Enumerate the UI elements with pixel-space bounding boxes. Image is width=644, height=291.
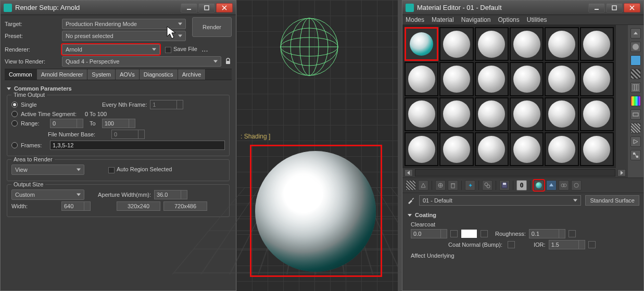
material-name-dropdown[interactable]: 01 - Default [419,195,581,206]
output-size-dropdown[interactable]: Custom [11,189,84,200]
savefile-browse-button[interactable]: ... [200,46,210,53]
material-title-bar[interactable]: Material Editor - 01 - Default [402,1,643,15]
sample-sphere-icon[interactable] [630,42,641,52]
material-swatch[interactable] [439,27,473,61]
savefile-checkbox[interactable] [165,47,171,53]
material-swatch[interactable] [405,27,438,61]
material-swatch[interactable] [545,132,578,166]
close-button[interactable] [624,3,640,12]
tab-system[interactable]: System [87,69,116,80]
file-base-input[interactable]: 0 [111,130,145,139]
view-dropdown[interactable]: Quad 4 - Perspective [62,56,221,67]
material-id-icon[interactable]: 0 [516,180,527,191]
menu-material[interactable]: Material [432,16,454,23]
clearcoat-map-slot[interactable] [450,230,458,237]
render-title-bar[interactable]: Render Setup: Arnold [1,1,236,15]
coating-section-header[interactable]: Coating [408,212,638,218]
select-by-material-icon[interactable] [630,136,641,147]
material-swatch[interactable] [545,27,578,61]
menu-options[interactable]: Options [498,16,519,23]
roughness-map-slot[interactable] [569,230,576,237]
eyedropper-icon[interactable] [407,196,415,205]
make-unique-icon[interactable]: ✦ [465,180,475,191]
get-material-icon[interactable] [406,180,416,191]
tab-archive[interactable]: Archive [178,69,206,80]
common-params-header[interactable]: Common Parameters [7,85,230,92]
minimize-button[interactable] [588,3,605,12]
material-swatch[interactable] [510,62,544,96]
scroll-right-icon[interactable] [617,169,626,176]
size-preset-2-button[interactable]: 720x486 [163,201,207,211]
clearcoat-color-swatch[interactable] [461,229,477,238]
material-swatch[interactable] [475,97,509,131]
area-dropdown[interactable]: View [11,165,84,175]
render-button[interactable]: Render [192,17,232,37]
tab-aovs[interactable]: AOVs [116,69,140,80]
scroll-up-icon[interactable] [630,28,641,39]
material-swatch[interactable] [545,97,578,131]
material-swatch[interactable] [475,62,509,96]
clearcoat-input[interactable]: 0.0 [411,229,447,238]
video-color-check-icon[interactable] [630,96,641,106]
menu-modes[interactable]: Modes [406,16,424,23]
ior-input[interactable]: 1.5 [549,240,585,249]
make-preview-icon[interactable] [630,109,641,120]
range-to-input[interactable]: 100 [102,119,135,128]
material-map-navigator-icon[interactable] [630,150,641,160]
swatch-scrollbar[interactable] [402,168,628,178]
material-swatch[interactable] [475,132,509,166]
material-swatch[interactable] [439,97,473,131]
renderer-dropdown[interactable]: Arnold [62,44,160,55]
go-to-parent-icon[interactable] [546,180,557,191]
material-type-button[interactable]: Standard Surface [585,195,639,206]
width-input[interactable]: 640 [61,201,91,211]
active-radio[interactable] [11,111,18,117]
put-to-scene-icon[interactable] [418,180,428,191]
material-swatch[interactable] [439,62,473,96]
assign-material-icon[interactable] [435,180,446,191]
material-swatch[interactable] [580,27,614,61]
tab-diagnostics[interactable]: Diagnostics [140,69,178,80]
roughness-input[interactable]: 0.1 [529,229,565,238]
size-preset-1-button[interactable]: 320x240 [117,201,160,211]
range-radio[interactable] [11,120,18,126]
backlight-icon[interactable] [630,55,641,66]
material-swatch[interactable] [405,62,438,96]
material-swatch[interactable] [580,97,614,131]
wireframe-sphere[interactable] [278,16,340,78]
frames-input[interactable] [50,141,225,150]
every-nth-input[interactable]: 1 [150,100,183,109]
save-icon[interactable] [499,180,510,191]
material-swatch[interactable] [545,62,578,96]
scroll-left-icon[interactable] [405,169,413,176]
material-swatch[interactable] [580,132,614,166]
tab-common[interactable]: Common [5,69,37,80]
single-radio[interactable] [11,102,18,108]
maximize-button[interactable] [606,3,623,12]
close-button[interactable] [216,3,233,12]
go-forward-icon[interactable] [559,180,569,191]
delete-icon[interactable] [448,180,458,191]
put-to-library-icon[interactable] [482,180,493,191]
material-swatch[interactable] [405,97,438,131]
show-end-result-icon[interactable] [534,180,544,191]
tab-arnold-renderer[interactable]: Arnold Renderer [37,69,88,80]
coat-normal-map-slot[interactable] [508,241,515,248]
frames-radio[interactable] [11,142,18,148]
material-swatch[interactable] [405,132,438,166]
material-swatch[interactable] [510,27,544,61]
material-swatch[interactable] [510,132,544,166]
aperture-input[interactable]: 36.0 [154,190,187,199]
material-swatch[interactable] [510,97,544,131]
clearcoat-color-map-slot[interactable] [481,230,488,237]
range-from-input[interactable]: 0 [50,119,83,128]
material-swatch[interactable] [439,132,473,166]
maximize-button[interactable] [198,3,215,12]
lock-icon[interactable] [224,58,232,65]
menu-navigation[interactable]: Navigation [461,16,491,23]
ior-map-slot[interactable] [588,241,596,248]
viewport-shaded-sphere[interactable] [255,151,376,272]
options-icon[interactable] [630,123,641,133]
background-icon[interactable] [630,69,641,79]
material-swatch[interactable] [580,62,614,96]
